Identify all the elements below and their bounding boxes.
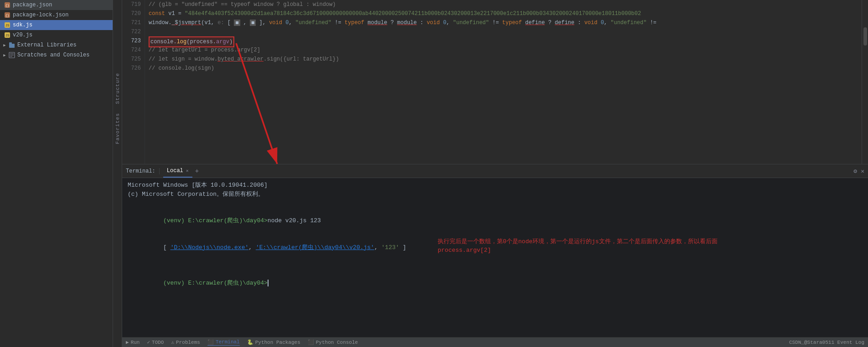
status-todo-label: TODO bbox=[152, 340, 164, 345]
code-line-724: // let targetUrl = process.argv[2] bbox=[149, 46, 862, 55]
svg-text:JS: JS bbox=[5, 34, 9, 37]
sidebar-item-package-json[interactable]: {} package.json bbox=[0, 0, 113, 10]
chevron-right-icon: ▶ bbox=[2, 42, 7, 48]
terminal-line-2: (c) Microsoft Corporation。保留所有权利。 bbox=[128, 190, 863, 199]
sidebar-item-v20-js[interactable]: JS v20.js bbox=[0, 30, 113, 40]
terminal-line-prompt: (venv) E:\crawler(爬虫)\day04> bbox=[128, 270, 863, 296]
terminal-add-button[interactable]: + bbox=[192, 168, 202, 175]
terminal-label: Terminal: bbox=[126, 168, 160, 174]
structure-label[interactable]: Structure bbox=[115, 73, 120, 104]
line-num-725: 725 bbox=[126, 55, 141, 64]
status-python-console-label: Python Console bbox=[316, 340, 358, 345]
terminal-tab-label: Local bbox=[167, 168, 183, 174]
vertical-scrollbar[interactable] bbox=[862, 0, 868, 164]
editor-area: 719 720 721 722 723 724 725 726 // (glb … bbox=[122, 0, 868, 347]
project-sidebar: {} package.json {} package-lock.json JS … bbox=[0, 0, 113, 347]
terminal-icon: ⬛ bbox=[207, 339, 214, 345]
status-problems[interactable]: ⚠ Problems bbox=[171, 339, 200, 345]
sidebar-item-sdk-js[interactable]: JS sdk.js bbox=[0, 20, 113, 30]
status-run-label: Run bbox=[131, 340, 140, 345]
line-num-726: 726 bbox=[126, 64, 141, 73]
status-terminal[interactable]: ⬛ Terminal bbox=[207, 339, 240, 346]
settings-icon[interactable]: ⚙ bbox=[853, 168, 857, 175]
line-num-719: 719 bbox=[126, 0, 141, 9]
code-line-726: // console.log(sign) bbox=[149, 64, 862, 73]
terminal-line-1: Microsoft Windows [版本 10.0.19041.2006] bbox=[128, 181, 863, 190]
terminal-tab-close[interactable]: ✕ bbox=[186, 168, 189, 174]
line-num-723: 723 bbox=[126, 36, 141, 46]
svg-rect-9 bbox=[9, 42, 12, 44]
status-run[interactable]: ▶ Run bbox=[126, 339, 140, 345]
status-bar: ▶ Run ✓ TODO ⚠ Problems ⬛ Terminal 🐍 Pyt… bbox=[122, 337, 868, 347]
svg-text:{}: {} bbox=[5, 4, 9, 7]
sidebar-external-libs[interactable]: ▶ External Libraries bbox=[0, 40, 113, 50]
sidebar-item-label: package-lock.json bbox=[13, 12, 68, 18]
js-icon: JS bbox=[4, 21, 11, 29]
scratches-label: Scratches and Consoles bbox=[17, 52, 89, 58]
code-content[interactable]: // (glb = "undefined" == typeof window ?… bbox=[145, 0, 862, 164]
status-csdn: CSDN_@Stara0511 Event Log bbox=[789, 340, 864, 345]
status-todo[interactable]: ✓ TODO bbox=[147, 339, 164, 345]
line-numbers: 719 720 721 722 723 724 725 726 bbox=[122, 0, 145, 164]
line-num-724: 724 bbox=[126, 46, 141, 55]
terminal-tabs: Terminal: Local ✕ + ⚙ ✕ bbox=[122, 164, 868, 178]
sidebar-item-label: package.json bbox=[13, 2, 52, 8]
code-view: 719 720 721 722 723 724 725 726 // (glb … bbox=[122, 0, 868, 164]
svg-text:{}: {} bbox=[5, 14, 9, 17]
line-num-720: 720 bbox=[126, 9, 141, 18]
code-line-721: window._$jsvmprt(v1, e: [ ◼ , ◼ ], void … bbox=[149, 18, 862, 27]
terminal-content[interactable]: Microsoft Windows [版本 10.0.19041.2006] (… bbox=[122, 178, 868, 337]
chevron-right-icon-2: ▶ bbox=[2, 52, 7, 58]
sidebar-item-label: v20.js bbox=[13, 32, 32, 38]
close-terminal-icon[interactable]: ✕ bbox=[861, 168, 864, 175]
status-python-packages-label: Python Packages bbox=[255, 340, 300, 345]
terminal-actions: ⚙ ✕ bbox=[853, 168, 864, 175]
annotation-text: 执行完后是一个数组，第0个是node环境，第一个是运行的js文件，第二个是后面传… bbox=[438, 237, 720, 255]
terminal-line-command: (venv) E:\crawler(爬虫)\day04>node v20.js … bbox=[128, 208, 863, 235]
sidebar-item-label: sdk.js bbox=[13, 22, 32, 28]
sidebar-scratches[interactable]: ▶ Scratches and Consoles bbox=[0, 50, 113, 60]
scratches-icon bbox=[8, 51, 16, 59]
json-icon: {} bbox=[4, 1, 11, 9]
status-right: CSDN_@Stara0511 Event Log bbox=[789, 340, 864, 345]
sidebar-item-package-lock-json[interactable]: {} package-lock.json bbox=[0, 10, 113, 20]
status-terminal-label: Terminal bbox=[216, 339, 240, 345]
todo-icon: ✓ bbox=[147, 339, 150, 345]
code-line-719: // (glb = "undefined" == typeof window ?… bbox=[149, 0, 862, 9]
svg-text:JS: JS bbox=[5, 24, 9, 27]
problems-icon: ⚠ bbox=[171, 339, 174, 345]
js-icon-2: JS bbox=[4, 31, 11, 39]
python-packages-icon: 🐍 bbox=[247, 339, 253, 345]
terminal-line-empty-2 bbox=[128, 261, 863, 270]
line-num-722: 722 bbox=[126, 27, 141, 36]
svg-rect-8 bbox=[9, 44, 15, 48]
status-python-packages[interactable]: 🐍 Python Packages bbox=[247, 339, 300, 345]
terminal-tab-local[interactable]: Local ✕ bbox=[163, 164, 192, 178]
favorites-label[interactable]: Favorites bbox=[115, 113, 120, 144]
structure-panel: Structure Favorites bbox=[113, 0, 122, 347]
line-num-721: 721 bbox=[126, 18, 141, 27]
external-libs-icon bbox=[8, 41, 16, 49]
external-libs-label: External Libraries bbox=[17, 42, 77, 48]
scrollbar-thumb[interactable] bbox=[863, 27, 867, 46]
terminal-panel: Terminal: Local ✕ + ⚙ ✕ Microsoft Window… bbox=[122, 164, 868, 337]
code-line-722 bbox=[149, 27, 862, 36]
status-problems-label: Problems bbox=[176, 340, 200, 345]
python-console-icon: ⬛ bbox=[308, 339, 314, 345]
code-line-720: const v1 = "484e4f4a403f5243000d2d1aea78… bbox=[149, 9, 862, 18]
code-line-723: console.log(process.argv) bbox=[149, 36, 862, 46]
code-line-725: // let sign = window.byted_acrawler.sign… bbox=[149, 55, 862, 64]
terminal-line-empty-1 bbox=[128, 199, 863, 208]
run-icon: ▶ bbox=[126, 339, 129, 345]
json-icon-2: {} bbox=[4, 11, 11, 19]
status-python-console[interactable]: ⬛ Python Console bbox=[308, 339, 358, 345]
